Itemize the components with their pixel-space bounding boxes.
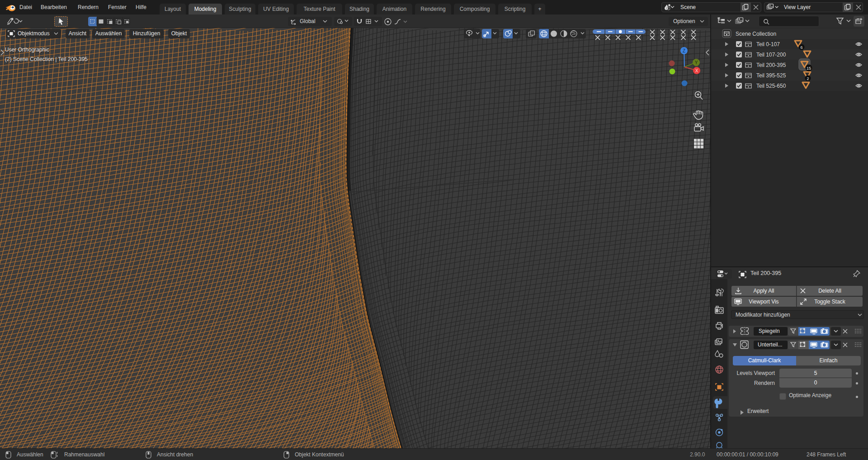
svg-text:Teil 395-525: Teil 395-525: [756, 72, 786, 79]
svg-text:Z: Z: [683, 48, 685, 53]
svg-text:2: 2: [807, 76, 809, 81]
svg-text:Teil 525-650: Teil 525-650: [756, 83, 786, 89]
svg-text:X: X: [695, 68, 698, 73]
svg-text:Scene Collection: Scene Collection: [736, 31, 776, 37]
svg-text:15: 15: [807, 66, 811, 71]
svg-text:6: 6: [800, 45, 802, 50]
svg-text:Teil 107-200: Teil 107-200: [756, 52, 786, 58]
svg-text:Teil 200-395: Teil 200-395: [756, 62, 786, 68]
svg-text:Y: Y: [695, 60, 698, 65]
svg-text:Teil 0-107: Teil 0-107: [756, 41, 780, 47]
